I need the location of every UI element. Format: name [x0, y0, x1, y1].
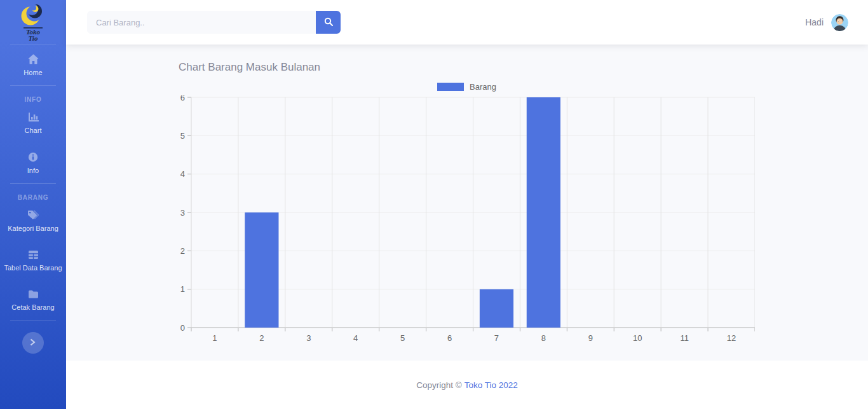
svg-text:Tio: Tio — [29, 34, 38, 41]
svg-text:0: 0 — [180, 323, 185, 333]
folder-icon — [28, 289, 39, 299]
sidebar-divider — [10, 320, 56, 321]
svg-text:11: 11 — [680, 333, 689, 343]
chart-title: Chart Barang Masuk Bulanan — [179, 61, 755, 74]
copyright-text: Copyright © — [416, 380, 461, 390]
sidebar-heading-info: INFO — [0, 96, 66, 103]
user-avatar — [831, 14, 848, 31]
content-area: Chart Barang Masuk Bulanan Barang 012345… — [66, 45, 868, 361]
svg-text:1: 1 — [180, 284, 185, 294]
table-icon — [28, 250, 39, 260]
footer-link[interactable]: Toko Tio 2022 — [465, 380, 518, 390]
chart-legend[interactable]: Barang — [179, 82, 755, 92]
svg-text:3: 3 — [180, 208, 185, 218]
svg-text:4: 4 — [180, 169, 185, 179]
svg-text:2: 2 — [259, 333, 264, 343]
search-form — [87, 11, 341, 34]
sidebar-item-label: Kategori Barang — [8, 224, 58, 233]
sidebar-item-label: Cetak Barang — [11, 303, 54, 312]
svg-text:7: 7 — [494, 333, 499, 343]
bar-chart: 0123456123456789101112 — [179, 95, 755, 345]
sidebar-item-label: Chart — [25, 126, 42, 135]
crescent-moon-logo-icon: Toko Tio — [18, 1, 48, 44]
sidebar-item-kategori-barang[interactable]: Kategori Barang — [0, 201, 66, 241]
sidebar-divider — [10, 183, 56, 184]
sidebar-collapse-button[interactable] — [22, 332, 44, 354]
sidebar: Toko Tio Home INFO Chart — [0, 0, 66, 409]
search-input[interactable] — [87, 11, 316, 34]
brand-logo[interactable]: Toko Tio — [0, 0, 66, 45]
sidebar-item-chart[interactable]: Chart — [0, 103, 66, 143]
chevron-right-icon — [30, 337, 36, 349]
sidebar-heading-barang: BARANG — [0, 194, 66, 201]
svg-text:2: 2 — [180, 246, 185, 256]
legend-label: Barang — [470, 82, 496, 92]
svg-text:1: 1 — [212, 333, 217, 343]
svg-text:12: 12 — [727, 333, 736, 343]
svg-text:5: 5 — [400, 333, 405, 343]
sidebar-divider — [10, 85, 56, 86]
search-button[interactable] — [316, 11, 341, 34]
svg-text:8: 8 — [541, 333, 546, 343]
topbar: Hadi — [66, 0, 868, 45]
svg-text:4: 4 — [353, 333, 358, 343]
tags-icon — [27, 210, 39, 220]
user-name: Hadi — [805, 17, 824, 27]
sidebar-item-label: Tabel Data Barang — [4, 263, 62, 273]
svg-text:3: 3 — [306, 333, 311, 343]
sidebar-item-label: Home — [24, 68, 42, 78]
svg-text:10: 10 — [633, 333, 642, 343]
sidebar-item-info[interactable]: Info — [0, 143, 66, 183]
home-icon — [28, 54, 39, 64]
svg-text:9: 9 — [588, 333, 593, 343]
sidebar-item-label: Info — [27, 166, 39, 176]
search-icon — [324, 17, 333, 28]
user-menu[interactable]: Hadi — [805, 14, 848, 31]
svg-text:6: 6 — [447, 333, 452, 343]
sidebar-item-tabel-data-barang[interactable]: Tabel Data Barang — [0, 241, 66, 281]
chart-column-icon — [28, 112, 39, 122]
main-area: Hadi Chart Barang Masuk Bulanan — [66, 0, 868, 409]
chart-card: Chart Barang Masuk Bulanan Barang 012345… — [179, 61, 755, 345]
info-circle-icon — [28, 152, 38, 162]
svg-text:5: 5 — [180, 131, 185, 141]
sidebar-item-cetak-barang[interactable]: Cetak Barang — [0, 281, 66, 320]
legend-swatch — [437, 83, 464, 91]
footer: Copyright © Toko Tio 2022 — [66, 361, 868, 409]
svg-text:6: 6 — [180, 95, 185, 102]
sidebar-item-home[interactable]: Home — [0, 45, 66, 85]
